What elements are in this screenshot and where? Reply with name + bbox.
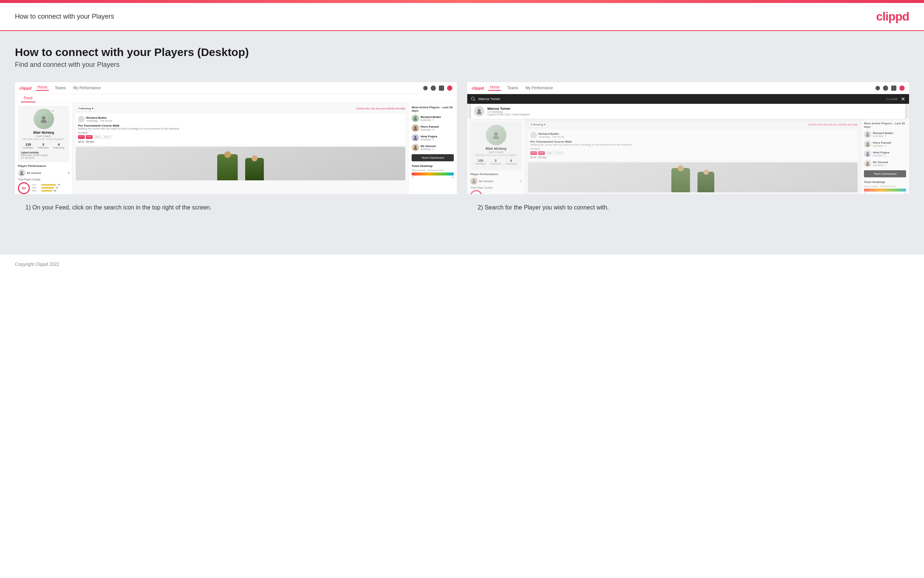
result-sub2: Cypress Point Club, United Kingdom xyxy=(487,113,530,116)
panels-container: clippd Home Teams My Performance Feed xyxy=(15,82,909,221)
search-overlay-bar: Marcus Turner CLEAR ✕ xyxy=(467,94,909,104)
svg-point-19 xyxy=(472,182,476,183)
svg-point-5 xyxy=(413,119,417,120)
svg-point-17 xyxy=(493,136,499,139)
left-sidebar-2: Blair McHarg Golf Coach Mill Ride Golf C… xyxy=(467,119,525,194)
svg-point-6 xyxy=(414,126,416,128)
caption-2-num: 2) xyxy=(478,204,483,211)
app-logo-2: clippd xyxy=(472,86,484,90)
nav-my-performance[interactable]: My Performance xyxy=(72,86,102,90)
caption-1-text: 1) On your Feed, click on the search ico… xyxy=(25,203,446,212)
search-query[interactable]: Marcus Turner xyxy=(478,97,883,101)
nav-icons xyxy=(423,86,452,91)
right-panel: Most Active Players - Last 30 days Richa… xyxy=(408,103,457,194)
header: How to connect with your Players clippd xyxy=(0,3,924,31)
control-link[interactable]: Control who can see your activity and da… xyxy=(356,107,405,110)
player-performance-section: Player Performance Eli Vincent ▾ Total P… xyxy=(18,164,70,194)
clippd-logo: clippd xyxy=(876,10,909,24)
svg-point-25 xyxy=(866,154,869,156)
settings-icon-2[interactable] xyxy=(891,86,896,91)
main-heading: How to connect with your Players (Deskto… xyxy=(15,46,909,58)
total-quality-label: Total Player Quality xyxy=(18,178,70,181)
main-subheading: Find and connect with your Players xyxy=(15,61,909,69)
svg-point-16 xyxy=(494,132,498,136)
screenshot-2: clippd Home Teams My Performance xyxy=(467,82,909,194)
avatar-icon[interactable] xyxy=(447,86,452,91)
search-icon-3 xyxy=(471,97,476,101)
footer: Copyright Clippd 2022 xyxy=(0,255,924,273)
nav-teams[interactable]: Teams xyxy=(53,86,67,90)
screenshot-2-bg: Blair McHarg Golf Coach Mill Ride Golf C… xyxy=(467,119,909,194)
svg-point-24 xyxy=(867,152,869,154)
svg-point-7 xyxy=(413,128,417,130)
svg-point-10 xyxy=(414,146,416,148)
player-item-2: Piers Parnell Activities: 4 xyxy=(412,124,454,132)
result-name: Marcus Turner xyxy=(487,107,530,110)
feed-tab-label[interactable]: Feed xyxy=(21,94,36,102)
duration-label: Duration xyxy=(78,132,403,134)
screenshot-content: Blair McHarg Golf Coach Mill Ride Golf C… xyxy=(15,103,457,194)
svg-point-9 xyxy=(413,138,417,140)
svg-point-15 xyxy=(477,112,481,114)
followers-count: 3 xyxy=(38,143,49,146)
result-info: Marcus Turner 1-5 Handicap Cypress Point… xyxy=(487,107,530,116)
heatmap-section: Team Heatmap Player Quality - 20 Round T… xyxy=(412,164,454,179)
settings-icon[interactable] xyxy=(439,86,444,91)
heatmap-bar xyxy=(412,172,454,175)
player-item-3: Hiral Pujara Activities: 3 xyxy=(412,134,454,141)
search-result-item[interactable]: Marcus Turner 1-5 Handicap Cypress Point… xyxy=(471,104,905,119)
player-perf-title: Player Performance xyxy=(18,164,70,168)
profile-name: Blair McHarg xyxy=(21,131,66,135)
team-dashboard-button[interactable]: Team Dashboard xyxy=(412,154,454,161)
caption-2-body: Search for the Player you wish to connec… xyxy=(485,204,609,211)
user-icon-2[interactable] xyxy=(883,86,888,91)
svg-point-0 xyxy=(42,116,45,120)
svg-point-21 xyxy=(866,135,869,136)
app-nav-bar-2: clippd Home Teams My Performance xyxy=(467,82,909,94)
feed-tab[interactable]: Feed xyxy=(15,94,457,103)
player-selector[interactable]: Eli Vincent ▾ xyxy=(18,169,70,177)
search-icon-2[interactable] xyxy=(875,86,880,90)
svg-point-26 xyxy=(867,162,869,164)
search-icon[interactable] xyxy=(423,86,428,90)
svg-point-2 xyxy=(21,171,23,173)
svg-point-8 xyxy=(414,136,416,138)
caption-1: 1) On your Feed, click on the search ico… xyxy=(15,194,457,221)
activity-name: Afternoon round of golf xyxy=(21,154,66,156)
clear-button[interactable]: CLEAR xyxy=(886,97,898,101)
player-item-1: Richard Butler Activities: 7 xyxy=(412,115,454,122)
left-sidebar: Blair McHarg Golf Coach Mill Ride Golf C… xyxy=(15,103,73,194)
avatar-icon-2[interactable] xyxy=(900,86,905,91)
activity-card-desc: Walking the course with my coach to buil… xyxy=(78,127,403,130)
profile-club: Mill Ride Golf Club, United Kingdom xyxy=(21,138,66,140)
close-search-button[interactable]: ✕ xyxy=(901,96,905,102)
following-count: 4 xyxy=(53,143,65,146)
activity-tags: OTT APP ARG PUTT xyxy=(78,135,403,139)
heatmap-title: Team Heatmap xyxy=(412,164,454,168)
selected-player-name: Eli Vincent xyxy=(27,171,66,175)
player-item-4: Eli Vincent Activities: 1 xyxy=(412,144,454,151)
main-content: How to connect with your Players (Deskto… xyxy=(0,31,924,255)
caption-1-body: On your Feed, click on the search icon i… xyxy=(32,204,212,211)
activity-date: 27 Jul 2022 xyxy=(21,156,66,159)
latest-activity-label: Latest Activity xyxy=(21,151,66,154)
nav-my-perf-2[interactable]: My Performance xyxy=(524,86,555,90)
nav-home[interactable]: Home xyxy=(36,85,49,91)
caption-1-num: 1) xyxy=(25,204,31,211)
result-avatar xyxy=(474,106,484,117)
selected-player-avatar xyxy=(18,169,25,177)
user-icon[interactable] xyxy=(430,86,436,91)
activities-count: 129 xyxy=(23,143,34,146)
dropdown-icon[interactable]: ▾ xyxy=(68,171,70,175)
svg-point-20 xyxy=(867,133,869,135)
nav-teams-2[interactable]: Teams xyxy=(506,86,519,90)
golfer-figure-2 xyxy=(245,158,264,180)
app-nav-bar: clippd Home Teams My Performance xyxy=(15,82,457,94)
panel-1: clippd Home Teams My Performance Feed xyxy=(15,82,457,221)
app-logo: clippd xyxy=(19,86,31,90)
svg-point-27 xyxy=(866,164,869,166)
activity-card: Richard Butler Yesterday · The Grove Pre… xyxy=(76,114,405,145)
following-button[interactable]: Following ▾ xyxy=(76,106,96,111)
activity-card-title: Pre Tournament Course Walk xyxy=(78,124,403,127)
screenshot-1: clippd Home Teams My Performance Feed xyxy=(15,82,457,194)
